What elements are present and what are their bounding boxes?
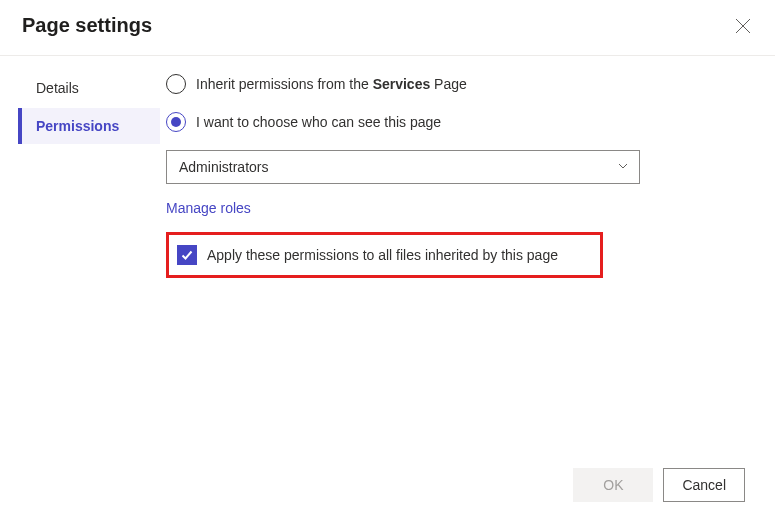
radio-choose-label: I want to choose who can see this page [196,114,441,130]
radio-inherit-row: Inherit permissions from the Services Pa… [166,74,755,94]
page-title: Page settings [22,14,152,37]
radio-inner-icon [171,117,181,127]
tab-permissions[interactable]: Permissions [18,108,160,144]
dialog-footer: OK Cancel [0,468,775,520]
content-area: Inherit permissions from the Services Pa… [160,56,775,468]
highlight-box: Apply these permissions to all files inh… [166,232,603,278]
ok-button: OK [573,468,653,502]
radio-inherit[interactable] [166,74,186,94]
radio-choose-row: I want to choose who can see this page [166,112,755,132]
cancel-button[interactable]: Cancel [663,468,745,502]
apply-permissions-checkbox[interactable] [177,245,197,265]
radio-choose[interactable] [166,112,186,132]
sidebar: Details Permissions [0,56,160,468]
tab-details[interactable]: Details [18,70,160,106]
close-icon[interactable] [735,18,751,34]
dialog-body: Details Permissions Inherit permissions … [0,56,775,468]
dropdown-value: Administrators [179,159,268,175]
apply-permissions-label: Apply these permissions to all files inh… [207,247,558,263]
radio-inherit-suffix: Page [430,76,467,92]
chevron-down-icon [617,159,629,175]
radio-inherit-bold: Services [373,76,431,92]
radio-inherit-label: Inherit permissions from the Services Pa… [196,76,467,92]
manage-roles-link[interactable]: Manage roles [166,200,251,216]
dialog-header: Page settings [0,0,775,56]
roles-dropdown[interactable]: Administrators [166,150,640,184]
radio-inherit-prefix: Inherit permissions from the [196,76,373,92]
